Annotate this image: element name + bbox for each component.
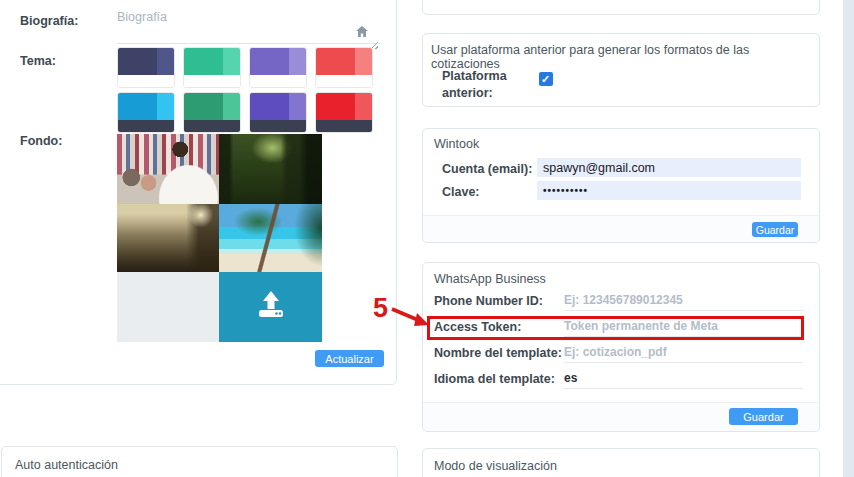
swatch-main-color [184, 93, 223, 120]
swatch-main-color [316, 48, 355, 75]
background-option-office[interactable] [117, 134, 219, 204]
background-label: Fondo: [20, 134, 62, 148]
swatch-light-color [355, 93, 372, 120]
swatch-footer [184, 75, 240, 87]
theme-option-7[interactable] [249, 92, 307, 133]
template-language-input[interactable]: es [564, 368, 803, 389]
theme-option-8[interactable] [315, 92, 373, 133]
update-button[interactable]: Actualizar [315, 350, 384, 367]
swatch-light-color [289, 93, 306, 120]
swatch-footer [316, 75, 372, 87]
background-option-mountain[interactable] [117, 204, 219, 272]
template-name-input[interactable]: Ej: cotizacion_pdf [564, 342, 803, 363]
swatch-main-color [184, 48, 223, 75]
biography-placeholder: Biografía [117, 10, 167, 24]
theme-option-3[interactable] [249, 47, 307, 88]
swatch-light-color [157, 48, 174, 75]
theme-option-6[interactable] [183, 92, 241, 133]
swatch-light-color [355, 48, 372, 75]
swatch-footer [316, 120, 372, 132]
template-language-label: Idioma del template: [434, 372, 555, 386]
email-label: Cuenta (email): [442, 162, 532, 176]
platform-checkbox-label: Plataforma anterior: [442, 68, 520, 102]
wintook-save-button[interactable]: Guardar [752, 222, 798, 237]
background-option-empty[interactable] [117, 272, 219, 342]
swatch-footer [250, 120, 306, 132]
email-value: spawyn@gmail.com [543, 161, 655, 175]
theme-label: Tema: [20, 54, 56, 68]
theme-option-5[interactable] [117, 92, 175, 133]
whatsapp-card-title: WhatsApp Business [434, 272, 546, 286]
swatch-footer [250, 75, 306, 87]
red-arrow-icon [390, 304, 432, 332]
theme-option-4[interactable] [315, 47, 373, 88]
platform-card-title: Usar plataforma anterior para generar lo… [431, 43, 819, 71]
platform-checkbox[interactable] [539, 72, 553, 86]
password-field[interactable]: •••••••••• [537, 181, 801, 200]
previous-section-card [422, 0, 820, 15]
upload-icon [252, 290, 290, 324]
swatch-light-color [223, 93, 240, 120]
visualization-mode-card: Modo de visualización [422, 448, 820, 477]
swatch-footer [118, 75, 174, 87]
platform-card: Usar plataforma anterior para generar lo… [422, 33, 820, 107]
swatch-light-color [223, 48, 240, 75]
password-label: Clave: [442, 185, 480, 199]
highlight-rectangle-annotation [427, 316, 804, 340]
whatsapp-card: WhatsApp Business Phone Number ID: Ej: 1… [422, 262, 820, 432]
auto-auth-card: Auto autenticación [1, 446, 398, 477]
email-field[interactable]: spawyn@gmail.com [537, 158, 801, 177]
home-icon [356, 23, 368, 41]
password-value: •••••••••• [543, 185, 588, 196]
step-number-annotation: 5 [373, 293, 388, 324]
upload-background-tile[interactable] [219, 272, 322, 342]
swatch-footer [118, 120, 174, 132]
wintook-card-title: Wintook [434, 137, 479, 151]
background-grid [117, 134, 322, 342]
swatch-main-color [250, 48, 289, 75]
swatch-main-color [118, 48, 157, 75]
phone-number-id-placeholder: Ej: 123456789012345 [564, 293, 683, 307]
swatch-main-color [118, 93, 157, 120]
whatsapp-save-button[interactable]: Guardar [729, 408, 798, 425]
swatch-light-color [289, 48, 306, 75]
background-option-beach[interactable] [219, 204, 322, 272]
settings-page: Biografía: Biografía Tema: [0, 0, 854, 477]
wintook-card: Wintook Cuenta (email): spawyn@gmail.com… [422, 128, 820, 243]
phone-number-id-label: Phone Number ID: [434, 294, 543, 308]
swatch-footer [184, 120, 240, 132]
biography-textarea[interactable]: Biografía [117, 6, 380, 44]
auto-auth-title: Auto autenticación [15, 458, 118, 472]
biography-label: Biografía: [20, 14, 78, 28]
template-name-label: Nombre del template: [434, 346, 562, 360]
swatch-light-color [157, 93, 174, 120]
theme-option-1[interactable] [117, 47, 175, 88]
visualization-mode-title: Modo de visualización [434, 459, 557, 473]
theme-option-2[interactable] [183, 47, 241, 88]
background-option-forest[interactable] [219, 134, 322, 204]
swatch-main-color [250, 93, 289, 120]
vertical-scrollbar[interactable] [843, 0, 854, 477]
swatch-main-color [316, 93, 355, 120]
template-language-value: es [564, 371, 577, 385]
template-name-placeholder: Ej: cotizacion_pdf [564, 345, 667, 359]
phone-number-id-input[interactable]: Ej: 123456789012345 [564, 290, 803, 311]
